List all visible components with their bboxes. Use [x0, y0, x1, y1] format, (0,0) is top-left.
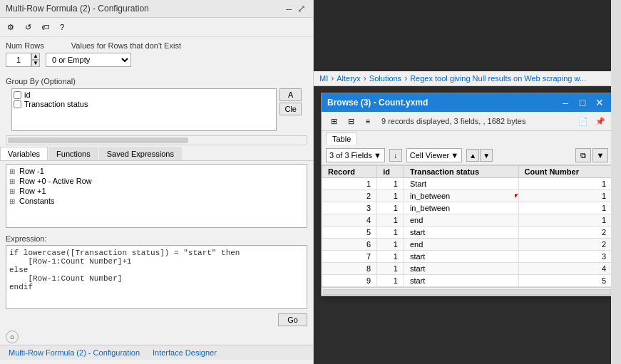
horizontal-scrollbar[interactable] [6, 135, 307, 145]
table-row[interactable]: 21in_between1 [322, 190, 612, 202]
tab-variables[interactable]: Variables [0, 147, 48, 160]
cell-record-7: 7 [322, 251, 377, 263]
tree-item-constants[interactable]: ⊞ Constants [8, 196, 305, 206]
expand-icon-row-active: ⊞ [9, 177, 18, 185]
bottom-row: Go [0, 311, 313, 329]
group-by-buttons: A Cle [279, 88, 302, 115]
table-row[interactable]: 91start5 [322, 275, 612, 287]
browse-scrollbar[interactable] [322, 287, 612, 296]
tree-item-row-active[interactable]: ⊞ Row +0 - Active Row [8, 176, 305, 186]
table-row[interactable]: 81start4 [322, 263, 612, 275]
group-by-checkbox-transaction[interactable] [14, 100, 21, 108]
cell-count-2: 1 [518, 190, 612, 202]
fields-label: 3 of 3 Fields [329, 151, 372, 160]
cell-id-9: 1 [377, 275, 404, 287]
values-select[interactable]: 0 or Empty [46, 53, 131, 67]
breadcrumb-item-alteryx[interactable]: Alteryx [337, 74, 361, 83]
tab-functions[interactable]: Functions [48, 147, 98, 160]
table-row[interactable]: 71start3 [322, 251, 612, 263]
table-row[interactable]: 31in_between1 [322, 202, 612, 214]
flag-icon-2 [515, 194, 518, 198]
copy-button[interactable]: ⧉ [575, 148, 591, 162]
viewer-label: Cell Viewer [410, 151, 449, 160]
cell-count-1: 1 [518, 178, 612, 190]
expression-box[interactable]: if lowercase([Transaction status]) = "st… [6, 245, 307, 309]
go-button[interactable]: Go [278, 313, 307, 326]
spinner-down[interactable]: ▼ [31, 60, 40, 67]
minimize-button[interactable]: – [284, 3, 293, 14]
settings-icon[interactable]: ⚙ [3, 19, 19, 35]
group-by-item-transaction[interactable]: Transaction status [14, 100, 274, 108]
cell-count-9: 5 [518, 275, 612, 287]
browse-pin-icon[interactable]: 📌 [592, 114, 608, 128]
table-row[interactable]: 61end2 [322, 239, 612, 251]
table-header-row: Record id Transaction status Count Numbe… [322, 166, 612, 178]
nav-buttons: ▲ ▼ [466, 149, 493, 162]
breadcrumb-item-mi[interactable]: MI [319, 74, 328, 83]
tree-item-row-plus1[interactable]: ⊞ Row +1 [8, 186, 305, 196]
browse-table-icon[interactable]: ⊞ [326, 114, 342, 128]
title-bar: Multi-Row Formula (2) - Configuration – … [0, 0, 313, 18]
tree-label-row-active: Row +0 - Active Row [19, 177, 92, 185]
browse-doc-icon[interactable]: 📄 [575, 114, 591, 128]
table-row[interactable]: 11Start1 [322, 178, 612, 190]
group-by-clear-button[interactable]: Cle [279, 103, 302, 115]
bottom-tab-designer[interactable]: Interface Designer [147, 347, 222, 358]
breadcrumb-item-solutions[interactable]: Solutions [369, 74, 401, 83]
table-row[interactable]: 51start2 [322, 227, 612, 239]
table-row[interactable]: 41end1 [322, 214, 612, 227]
help-icon[interactable]: ? [54, 19, 70, 35]
header-transaction-status: Transaction status [404, 166, 518, 178]
breadcrumb-sep-1: › [331, 73, 334, 83]
table-tab[interactable]: Table [326, 132, 357, 145]
sort-buttons: ↓ [389, 149, 402, 162]
group-by-add-button[interactable]: A [279, 88, 302, 101]
sort-down-button[interactable]: ↓ [389, 149, 402, 162]
status-icon[interactable]: ○ [6, 331, 19, 343]
browse-maximize-button[interactable]: □ [575, 96, 590, 109]
cell-status-6: end [404, 239, 518, 251]
viewer-dropdown[interactable]: Cell Viewer ▼ [406, 148, 462, 162]
data-table-wrapper: Record id Transaction status Count Numbe… [322, 165, 612, 287]
breadcrumb: MI › Alteryx › Solutions › Regex tool gi… [314, 71, 621, 86]
browse-close-button[interactable]: ✕ [592, 96, 607, 109]
fields-dropdown[interactable]: 3 of 3 Fields ▼ [326, 148, 385, 162]
scrollbar-track[interactable] [323, 289, 611, 295]
browse-title-text: Browse (3) - Count.yxmd [327, 98, 428, 108]
tag-icon[interactable]: 🏷 [37, 19, 53, 35]
expression-label: Expression: [0, 233, 52, 244]
cell-record-9: 9 [322, 275, 377, 287]
cell-id-3: 1 [377, 202, 404, 214]
bottom-tabs: Multi-Row Formula (2) - Configuration In… [0, 345, 313, 360]
nav-up-button[interactable]: ▲ [466, 149, 479, 162]
action-buttons: ⧉ ▼ [575, 148, 608, 162]
menu-button[interactable]: ▼ [592, 148, 608, 162]
group-by-item-id-label: id [24, 90, 31, 99]
breadcrumb-item-regex[interactable]: Regex tool giving Null results on Web sc… [410, 74, 586, 83]
tree-label-row-minus1: Row -1 [19, 167, 44, 175]
cell-id-1: 1 [377, 178, 404, 190]
bottom-tab-config[interactable]: Multi-Row Formula (2) - Configuration [3, 347, 145, 358]
browse-toolbar: ⊞ ⊟ ≡ 9 records displayed, 3 fields, , 1… [322, 112, 612, 131]
nav-down-button[interactable]: ▼ [480, 149, 493, 162]
right-scrollbar[interactable] [611, 0, 621, 364]
config-inputs-row: ▲ ▼ 0 or Empty [6, 53, 307, 67]
browse-grid-icon[interactable]: ⊟ [343, 114, 359, 128]
browse-toolbar-right: 📄 📌 [575, 114, 608, 128]
cell-count-5: 2 [518, 227, 612, 239]
group-by-checkbox-id[interactable] [14, 91, 21, 99]
cell-count-6: 2 [518, 239, 612, 251]
tree-label-row-plus1: Row +1 [19, 187, 46, 195]
num-rows-input[interactable] [6, 53, 31, 67]
browse-minimize-button[interactable]: – [558, 96, 573, 109]
tree-item-row-minus1[interactable]: ⊞ Row -1 [8, 166, 305, 176]
cell-record-4: 4 [322, 214, 377, 227]
expand-icon-row-minus1: ⊞ [9, 167, 18, 175]
browse-list-icon[interactable]: ≡ [360, 114, 376, 128]
expand-button[interactable]: ⤢ [296, 3, 307, 14]
spinner-up[interactable]: ▲ [31, 53, 40, 60]
refresh-icon[interactable]: ↺ [20, 19, 36, 35]
group-by-item-id[interactable]: id [14, 90, 274, 99]
tab-saved-expressions[interactable]: Saved Expressions [99, 147, 182, 160]
status-row: ○ [0, 329, 313, 345]
